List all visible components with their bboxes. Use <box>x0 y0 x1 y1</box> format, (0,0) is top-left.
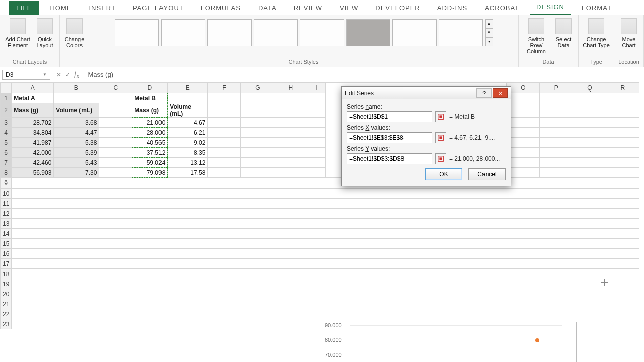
formula-bar: D3 ▼ ✕ ✓ fx Mass (g) <box>0 67 644 82</box>
tab-data[interactable]: DATA <box>252 1 283 15</box>
range-picker-button[interactable] <box>435 111 446 122</box>
select-data-button[interactable]: Select Data <box>552 17 575 49</box>
style-thumb-8[interactable] <box>439 19 483 46</box>
tab-design[interactable]: DESIGN <box>530 0 571 15</box>
dialog-title-text: Edit Series <box>345 89 374 97</box>
row-header[interactable]: 2 <box>1 103 12 118</box>
group-label: Chart Layouts <box>13 58 47 66</box>
style-thumb-6[interactable] <box>346 19 390 46</box>
chart-styles-gallery[interactable]: ▲▼▾ <box>113 17 495 48</box>
row-header[interactable]: 5 <box>1 138 12 148</box>
fx-icon[interactable]: fx <box>74 70 79 80</box>
col-header-f[interactable]: F <box>208 83 241 93</box>
series-x-input[interactable] <box>347 132 432 143</box>
cursor-crosshair-icon <box>601 279 608 286</box>
style-thumb-5[interactable] <box>300 19 344 46</box>
close-button[interactable]: ✕ <box>493 88 508 98</box>
col-header-p[interactable]: P <box>540 83 573 93</box>
svg-rect-5 <box>439 157 442 160</box>
help-button[interactable]: ? <box>476 88 492 98</box>
select-all-corner[interactable] <box>1 83 12 93</box>
col-header-c[interactable]: C <box>99 83 132 93</box>
row-header[interactable]: 4 <box>1 128 12 138</box>
worksheet-grid[interactable]: A B C D E F G H I O P Q R 1 Metal A Meta… <box>0 82 644 362</box>
col-header-q[interactable]: Q <box>573 83 606 93</box>
add-chart-element-button[interactable]: Add Chart Element <box>3 17 32 49</box>
row-header[interactable]: 8 <box>1 168 12 178</box>
style-thumb-4[interactable] <box>254 19 298 46</box>
tab-formulas[interactable]: FORMULAS <box>195 1 247 15</box>
cell[interactable]: Volume (mL) <box>54 103 99 118</box>
group-label: Data <box>542 58 554 66</box>
ok-button[interactable]: OK <box>425 168 462 180</box>
col-header-d[interactable]: D <box>132 83 168 93</box>
tab-view[interactable]: VIEW <box>334 1 364 15</box>
col-header-o[interactable]: O <box>507 83 540 93</box>
series-y-input[interactable] <box>347 153 432 164</box>
style-thumb-7[interactable] <box>392 19 437 46</box>
series-y-label: Series Y values: <box>347 145 506 152</box>
row-header[interactable]: 1 <box>1 93 12 103</box>
chevron-down-icon[interactable]: ▼ <box>43 72 47 77</box>
col-header-h[interactable]: H <box>274 83 307 93</box>
cancel-button[interactable]: Cancel <box>468 168 506 180</box>
row-header[interactable]: 7 <box>1 158 12 168</box>
chart-plot-area <box>350 325 562 362</box>
tab-review[interactable]: REVIEW <box>288 1 329 15</box>
tab-acrobat[interactable]: ACROBAT <box>478 1 525 15</box>
group-type: Change Chart Type Type <box>579 15 614 67</box>
tab-insert[interactable]: INSERT <box>83 1 121 15</box>
change-chart-type-button[interactable]: Change Chart Type <box>582 17 611 49</box>
series-y-result: = 21.000, 28.000... <box>449 155 500 162</box>
cell[interactable]: Metal B <box>132 93 168 103</box>
cell[interactable]: Mass (g) <box>132 103 168 118</box>
col-header-i[interactable]: I <box>307 83 326 93</box>
chart-type-icon <box>588 18 604 34</box>
style-thumb-1[interactable] <box>115 19 159 46</box>
col-header-r[interactable]: R <box>606 83 639 93</box>
quick-layout-button[interactable]: Quick Layout <box>33 17 56 49</box>
data-point[interactable] <box>535 338 539 342</box>
name-box[interactable]: D3 ▼ <box>2 70 50 80</box>
change-colors-button[interactable]: Change Colors <box>63 17 86 49</box>
y-tick-label: 90.000 <box>325 322 342 328</box>
range-picker-button[interactable] <box>435 153 446 164</box>
cell[interactable]: Volume (mL) <box>168 103 208 118</box>
group-chart-styles: ▲▼▾ Chart Styles <box>89 15 519 67</box>
ribbon-tabs: FILE HOME INSERT PAGE LAYOUT FORMULAS DA… <box>0 0 644 15</box>
tab-add-ins[interactable]: ADD-INS <box>431 1 473 15</box>
gallery-spinner[interactable]: ▲▼▾ <box>485 19 493 46</box>
tab-format[interactable]: FORMAT <box>576 1 618 15</box>
colors-icon <box>66 18 83 34</box>
accept-formula-icon[interactable]: ✓ <box>65 71 70 78</box>
select-data-icon <box>555 18 572 34</box>
col-header-a[interactable]: A <box>12 83 54 93</box>
col-header-e[interactable]: E <box>168 83 208 93</box>
dialog-titlebar[interactable]: Edit Series ? ✕ <box>342 87 511 99</box>
embedded-chart[interactable]: 90.00080.00070.00060.00050.00040.00030.0… <box>320 322 577 362</box>
move-chart-button[interactable]: Move Chart <box>617 17 640 49</box>
tab-page-layout[interactable]: PAGE LAYOUT <box>127 1 190 15</box>
cancel-formula-icon[interactable]: ✕ <box>56 71 61 78</box>
y-tick-label: 80.000 <box>325 337 342 343</box>
row-header[interactable]: 3 <box>1 118 12 128</box>
sheet-table[interactable]: A B C D E F G H I O P Q R 1 Metal A Meta… <box>0 82 639 329</box>
range-picker-button[interactable] <box>435 132 446 143</box>
cell[interactable]: Metal A <box>12 93 54 103</box>
style-thumb-2[interactable] <box>161 19 205 46</box>
col-header-b[interactable]: B <box>54 83 99 93</box>
col-header-g[interactable]: G <box>241 83 274 93</box>
group-label: Type <box>590 58 602 66</box>
switch-row-column-button[interactable]: Switch Row/ Column <box>522 17 551 55</box>
tab-developer[interactable]: DEVELOPER <box>369 1 426 15</box>
quick-layout-icon <box>37 18 53 34</box>
style-thumb-3[interactable] <box>207 19 252 46</box>
row-header[interactable]: 6 <box>1 148 12 158</box>
group-data: Switch Row/ Column Select Data Data <box>519 15 579 67</box>
series-name-input[interactable] <box>347 111 432 122</box>
formula-input[interactable]: Mass (g) <box>84 69 644 80</box>
cell[interactable]: Mass (g) <box>12 103 54 118</box>
tab-file[interactable]: FILE <box>9 1 39 15</box>
tab-home[interactable]: HOME <box>44 1 77 15</box>
series-x-result: = 4.67, 6.21, 9.... <box>449 134 495 141</box>
